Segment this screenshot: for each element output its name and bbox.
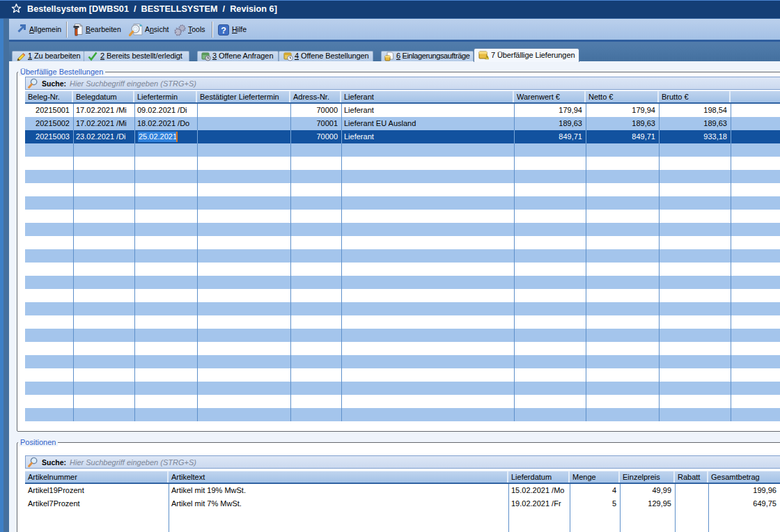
svg-text:?: ? xyxy=(221,26,226,36)
